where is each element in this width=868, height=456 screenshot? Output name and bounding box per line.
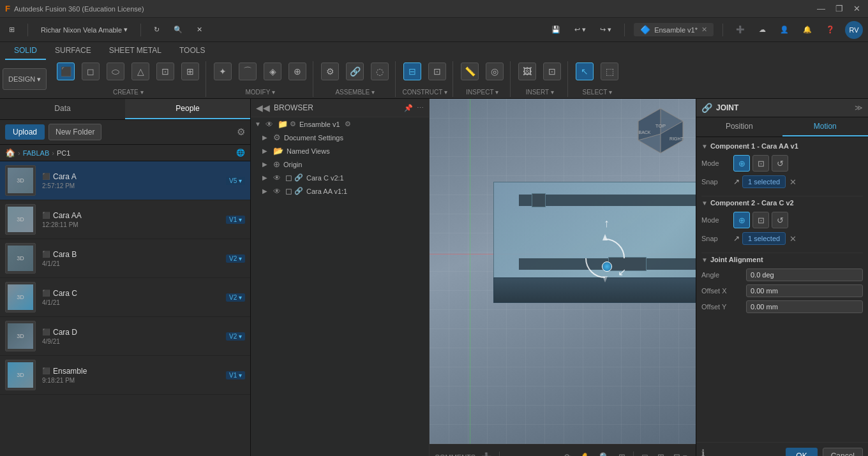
ensamble-settings-icon[interactable]: ⚙ [345, 120, 351, 128]
select-label[interactable]: SELECT ▾ [582, 89, 612, 97]
link-icon-cara-aa[interactable]: 🔗 [294, 187, 303, 195]
offset-x-value[interactable]: 0.00 mm [746, 284, 863, 297]
cloud-button[interactable]: ☁ [755, 24, 770, 36]
create-loft-tool[interactable]: △ [129, 61, 152, 82]
nav-cube-svg[interactable]: TOP RIGHT BACK [632, 105, 689, 163]
info-icon[interactable]: ℹ [701, 448, 705, 456]
angle-value[interactable]: 0.0 deg [746, 268, 863, 281]
sweep-icon[interactable]: ⬭ [107, 63, 124, 80]
modify-fillet[interactable]: ⌒ [236, 61, 259, 82]
component2-collapse[interactable]: ▼ [701, 200, 708, 207]
create-rib-tool[interactable]: ⊡ [154, 61, 177, 82]
redo-button[interactable]: ↪ ▾ [596, 24, 615, 36]
pan-button[interactable]: ✋ [577, 450, 594, 456]
select-icon[interactable]: ↖ [576, 63, 594, 80]
create-more-tool[interactable]: ⊞ [179, 61, 202, 82]
browser-item-doc-settings[interactable]: ▶ ⚙ Document Settings [251, 131, 429, 144]
select-box[interactable]: ⬚ [598, 61, 621, 82]
undo-button[interactable]: ↩ ▾ [571, 24, 590, 36]
expand-arrow-doc[interactable]: ▶ [262, 134, 271, 141]
help-button[interactable]: ❓ [822, 24, 839, 36]
breadcrumb-fablab[interactable]: FABLAB [23, 149, 50, 157]
doc-close-icon[interactable]: ✕ [701, 26, 707, 34]
construct-offset-plane[interactable]: ⊟ [401, 61, 424, 82]
insert-more-icon[interactable]: ⊡ [543, 63, 561, 80]
browser-item-ensamble[interactable]: ▼ 👁 📁 ⚙ Ensamble v1 ⚙ [251, 117, 429, 131]
nav-cube[interactable]: TOP RIGHT BACK [632, 105, 689, 163]
component1-collapse[interactable]: ▼ [701, 143, 708, 150]
revolve-icon[interactable]: ◻ [82, 63, 100, 80]
offset-y-value[interactable]: 0.00 mm [746, 300, 863, 313]
refresh-button[interactable]: ↻ [150, 24, 163, 36]
minimize-button[interactable]: — [814, 4, 828, 13]
mode-btn-1-c[interactable]: ↺ [772, 155, 788, 172]
modify-label[interactable]: MODIFY ▾ [245, 89, 274, 97]
expand-arrow-ensamble[interactable]: ▼ [255, 121, 264, 128]
account-button[interactable]: 👤 [776, 24, 793, 36]
orbit-button[interactable]: ⟳ [561, 450, 574, 456]
insert-decal[interactable]: 🖼 [516, 61, 539, 82]
component2-clear-button[interactable]: ✕ [789, 234, 797, 244]
panel-tab-data[interactable]: Data [0, 99, 125, 119]
eye-cara-aa[interactable]: 👁 [273, 187, 283, 196]
decal-icon[interactable]: 🖼 [518, 63, 536, 80]
mode-btn-1-active[interactable]: ⊕ [733, 155, 750, 172]
measure-icon[interactable]: 📏 [461, 63, 479, 80]
expand-arrow-cara-aa[interactable]: ▶ [262, 188, 271, 195]
gear-icon-ensamble[interactable]: ⚙ [290, 120, 296, 128]
insert-more[interactable]: ⊡ [541, 61, 564, 82]
fillet-icon[interactable]: ⌒ [239, 63, 257, 80]
press-pull-icon[interactable]: ✦ [214, 63, 232, 80]
assemble-more[interactable]: ◌ [368, 61, 391, 82]
browser-collapse-icon[interactable]: ◀◀ [256, 103, 270, 113]
browser-more-icon[interactable]: ⋯ [417, 104, 424, 112]
new-folder-button[interactable]: New Folder [49, 124, 101, 140]
assemble-new-component[interactable]: ⚙ [318, 61, 341, 82]
ok-button[interactable]: OK [786, 448, 817, 456]
tab-surface[interactable]: SURFACE [46, 42, 100, 60]
eye-cara-c[interactable]: 👁 [273, 173, 283, 182]
mode-btn-1-b[interactable]: ⊡ [752, 155, 769, 172]
construct-label[interactable]: CONSTRUCT ▾ [403, 89, 447, 97]
link-icon-cara-c[interactable]: 🔗 [294, 173, 303, 182]
grid-button[interactable]: ⊞ [654, 450, 668, 456]
mode-btn-2-c[interactable]: ↺ [772, 212, 788, 228]
file-item-cara-b[interactable]: 3D ⬛ Cara B 4/1/21 V2 ▾ [0, 239, 250, 278]
create-revolve-tool[interactable]: ◻ [79, 61, 102, 82]
component1-clear-button[interactable]: ✕ [789, 177, 797, 187]
display-button[interactable]: ◻ [638, 450, 652, 456]
chamfer-icon[interactable]: ◈ [264, 63, 281, 80]
modify-chamfer[interactable]: ◈ [261, 61, 284, 82]
view-options-button[interactable]: ⊡ ▾ [670, 450, 691, 456]
apps-button[interactable]: ⊞ [5, 24, 19, 36]
file-item-cara-d[interactable]: 3D ⬛ Cara D 4/9/21 V2 ▾ [0, 317, 250, 356]
offset-plane-icon[interactable]: ⊟ [403, 63, 421, 80]
window-controls[interactable]: — ❐ ✕ [814, 4, 863, 13]
modify-press-pull[interactable]: ✦ [211, 61, 234, 82]
browser-item-origin[interactable]: ▶ ⊕ Origin [251, 158, 429, 171]
tab-solid[interactable]: SOLID [5, 42, 46, 60]
construct-more[interactable]: ⊡ [426, 61, 449, 82]
modify-shell[interactable]: ⊕ [286, 61, 309, 82]
save-button[interactable]: 💾 [548, 24, 564, 36]
assemble-joint[interactable]: 🔗 [343, 61, 366, 82]
select-box-icon[interactable]: ⬚ [601, 63, 618, 80]
mode-btn-2-b[interactable]: ⊡ [752, 212, 769, 228]
zoom-button[interactable]: 🔍 [596, 450, 613, 456]
zoom-fit-button[interactable]: ⊞ [615, 450, 629, 456]
user-menu-button[interactable]: Richar Nixon Vela Amable ▾ [37, 24, 131, 36]
move-arrow-up[interactable]: ↑ [604, 217, 610, 230]
mode-btn-2-active[interactable]: ⊕ [733, 212, 750, 228]
insert-label[interactable]: INSERT ▾ [526, 89, 554, 97]
eye-ensamble[interactable]: 👁 [266, 120, 276, 129]
viewport[interactable]: ↑ ↙ TOP RIGHT BACK [251, 99, 696, 456]
assemble-label[interactable]: ASSEMBLE ▾ [335, 89, 375, 97]
upload-button[interactable]: Upload [5, 124, 45, 140]
tab-sheet-metal[interactable]: SHEET METAL [100, 42, 170, 60]
inspect-more[interactable]: ◎ [483, 61, 506, 82]
browser-item-cara-aa[interactable]: ▶ 👁 ◻ 🔗 Cara AA v1:1 [251, 184, 429, 198]
create-label[interactable]: CREATE ▾ [113, 89, 144, 97]
design-menu-button[interactable]: DESIGN ▾ [3, 68, 47, 90]
select-tool[interactable]: ↖ [573, 61, 596, 82]
new-tab-button[interactable]: ➕ [732, 24, 749, 36]
